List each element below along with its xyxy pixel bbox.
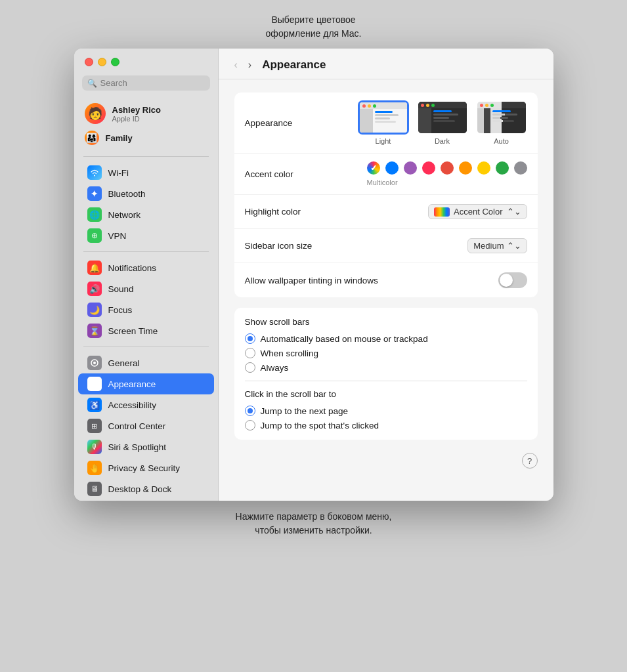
accent-sublabel: Multicolor [367, 178, 398, 186]
scrollbar-scrolling-option[interactable]: When scrolling [245, 348, 527, 358]
appearance-option-auto[interactable]: Auto [476, 100, 527, 145]
click-next-page-radio[interactable] [245, 406, 255, 416]
notifications-icon: 🔔 [87, 261, 102, 275]
sidebar-size-chevron-icon: ⌃⌄ [507, 241, 521, 251]
appearance-options: Light [358, 100, 527, 145]
appearance-thumb-dark [417, 100, 468, 135]
sidebar-item-notifications[interactable]: 🔔 Notifications [78, 257, 214, 278]
scrollbar-options: Automatically based on mouse or trackpad… [245, 333, 527, 373]
accent-pink[interactable] [422, 161, 435, 175]
sidebar-divider-3 [83, 346, 209, 347]
sidebar-item-bluetooth-label: Bluetooth [108, 189, 146, 199]
accent-multicolor[interactable]: ✓ [367, 161, 380, 175]
click-spot-label: Jump to the spot that's clicked [261, 421, 379, 430]
search-input[interactable] [100, 78, 205, 88]
accent-green[interactable] [496, 161, 509, 175]
accent-purple[interactable] [404, 161, 417, 175]
screentime-icon: ⌛ [87, 324, 102, 338]
help-button[interactable]: ? [522, 453, 538, 469]
search-icon: 🔍 [87, 79, 97, 88]
sidebar-item-bluetooth[interactable]: ✦ Bluetooth [78, 183, 214, 204]
sidebar-item-general-label: General [108, 358, 140, 368]
tooltip-bottom: Нажмите параметр в боковом меню,чтобы из… [236, 510, 392, 537]
maximize-button[interactable] [111, 58, 119, 66]
accent-graphite[interactable] [514, 161, 527, 175]
scrollbar-scrolling-label: When scrolling [261, 348, 319, 358]
click-scrollbar-label: Click in the scroll bar to [245, 389, 527, 399]
user-subtitle: Apple ID [112, 115, 161, 123]
focus-icon: 🌙 [87, 303, 102, 317]
accent-orange[interactable] [459, 161, 472, 175]
sidebar-item-privacy-label: Privacy & Security [108, 463, 181, 473]
bluetooth-icon: ✦ [87, 186, 102, 201]
click-spot-radio[interactable] [245, 420, 255, 430]
scrollbar-auto-option[interactable]: Automatically based on mouse or trackpad [245, 333, 527, 344]
sidebar-item-network[interactable]: 🌐 Network [78, 204, 214, 225]
appearance-option-dark[interactable]: Dark [417, 100, 468, 145]
accent-yellow[interactable] [477, 161, 490, 175]
sidebar-item-siri[interactable]: 🎙 Siri & Spotlight [78, 436, 214, 457]
accent-red[interactable] [441, 161, 454, 175]
desktop-icon: 🖥 [87, 482, 102, 496]
appearance-thumb-light [358, 100, 409, 135]
close-button[interactable] [85, 58, 93, 66]
sidebar-item-appearance[interactable]: ◑ Appearance [78, 373, 214, 394]
sidebar-item-accessibility[interactable]: ♿ Accessibility [78, 394, 214, 415]
user-profile-item[interactable]: 🧑 Ashley Rico Apple ID [78, 100, 214, 127]
highlight-gradient [434, 207, 450, 217]
highlight-color-selector[interactable]: Accent Color ⌃⌄ [428, 204, 527, 219]
avatar: 🧑 [85, 103, 106, 124]
help-icon: ? [527, 456, 532, 466]
family-label: Family [106, 133, 133, 143]
search-bar[interactable]: 🔍 [82, 75, 210, 91]
sidebar-item-network-label: Network [108, 210, 141, 220]
accent-blue[interactable] [385, 161, 399, 175]
family-avatar: 👨‍👩‍👧 [85, 131, 99, 145]
click-spot-option[interactable]: Jump to the spot that's clicked [245, 420, 527, 430]
traffic-lights [74, 49, 218, 73]
network-icon: 🌐 [87, 207, 102, 222]
sidebar-item-privacy[interactable]: 🤚 Privacy & Security [78, 457, 214, 478]
family-item[interactable]: 👨‍👩‍👧 Family [78, 127, 214, 148]
appearance-thumb-dark-label: Dark [435, 137, 450, 145]
main-body: Appearance [219, 79, 553, 501]
wallpaper-tinting-toggle[interactable] [498, 272, 527, 288]
vpn-icon: ⊕ [87, 228, 102, 243]
sidebar-item-accessibility-label: Accessibility [108, 400, 157, 410]
sidebar-item-sound[interactable]: 🔊 Sound [78, 278, 214, 299]
sidebar-item-controlcenter[interactable]: ⊞ Control Center [78, 415, 214, 436]
accent-color-row-dots: ✓ [367, 161, 527, 175]
accent-color-label: Accent color [245, 169, 293, 179]
wallpaper-tinting-label: Allow wallpaper tinting in windows [245, 276, 378, 285]
scrollbar-always-radio[interactable] [245, 362, 255, 373]
appearance-option-light[interactable]: Light [358, 100, 409, 145]
click-next-page-option[interactable]: Jump to the next page [245, 406, 527, 416]
sidebar-item-vpn[interactable]: ⊕ VPN [78, 225, 214, 246]
sidebar-item-sound-label: Sound [108, 284, 134, 294]
sidebar-icon-size-selector[interactable]: Medium ⌃⌄ [467, 238, 527, 253]
privacy-icon: 🤚 [87, 461, 102, 475]
help-row: ? [234, 450, 538, 471]
sidebar-icon-size-label: Sidebar icon size [245, 241, 313, 251]
scrollbar-always-option[interactable]: Always [245, 362, 527, 373]
sidebar-network-section: Wi-Fi ✦ Bluetooth 🌐 Network ⊕ [74, 161, 218, 247]
sidebar-item-wifi[interactable]: Wi-Fi [78, 162, 214, 183]
scrollbar-always-label: Always [261, 363, 289, 373]
highlight-color-label: Highlight color [245, 207, 301, 217]
minimize-button[interactable] [98, 58, 106, 66]
sidebar-item-screentime[interactable]: ⌛ Screen Time [78, 320, 214, 341]
sidebar-prefs-section: 🔔 Notifications 🔊 Sound 🌙 Focus [74, 256, 218, 343]
scrollbar-auto-radio[interactable] [245, 333, 255, 344]
appearance-row: Appearance [234, 93, 538, 154]
accent-color-row: Accent color ✓ [234, 154, 538, 195]
sidebar-item-wifi-label: Wi-Fi [108, 168, 129, 178]
sidebar-item-controlcenter-label: Control Center [108, 421, 166, 431]
sidebar-item-desktop[interactable]: 🖥 Desktop & Dock [78, 478, 214, 499]
highlight-color-value: Accent Color [454, 207, 502, 217]
sidebar-item-general[interactable]: General [78, 352, 214, 373]
sidebar-item-focus[interactable]: 🌙 Focus [78, 299, 214, 320]
scrollbar-scrolling-radio[interactable] [245, 348, 255, 358]
sidebar-divider-1 [83, 156, 209, 157]
nav-back-button[interactable]: ‹ [232, 58, 240, 72]
nav-forward-button[interactable]: › [246, 58, 254, 72]
